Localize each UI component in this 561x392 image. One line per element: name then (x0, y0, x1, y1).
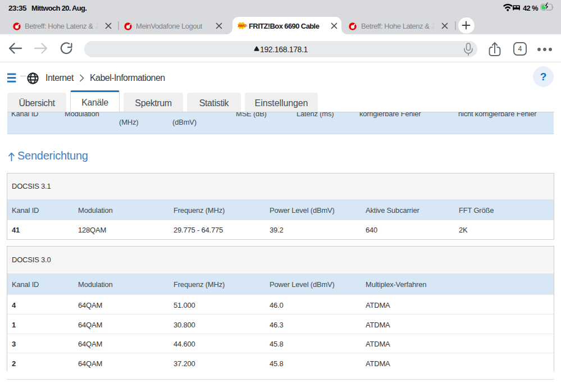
svg-text:FRITZ!: FRITZ! (238, 24, 247, 28)
